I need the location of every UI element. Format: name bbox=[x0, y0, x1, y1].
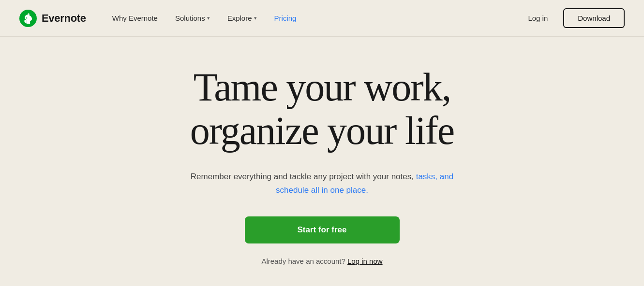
nav-link-why-evernote[interactable]: Why Evernote bbox=[105, 10, 165, 26]
hero-title: Tame your work, organize your life bbox=[190, 66, 454, 153]
hero-section: Tame your work, organize your life Remem… bbox=[0, 37, 644, 285]
download-button[interactable]: Download bbox=[563, 8, 625, 28]
nav-actions: Log in Download bbox=[520, 8, 625, 28]
evernote-logo-icon bbox=[19, 10, 37, 27]
nav-link-explore[interactable]: Explore ▾ bbox=[221, 10, 264, 26]
navbar: Evernote Why Evernote Solutions ▾ Explor… bbox=[0, 0, 644, 37]
nav-links: Why Evernote Solutions ▾ Explore ▾ Prici… bbox=[105, 10, 521, 26]
svg-point-1 bbox=[26, 17, 27, 18]
login-button[interactable]: Log in bbox=[520, 10, 555, 26]
solutions-chevron-icon: ▾ bbox=[207, 15, 210, 21]
hero-subtitle: Remember everything and tackle any proje… bbox=[187, 170, 458, 197]
nav-link-solutions[interactable]: Solutions ▾ bbox=[168, 10, 217, 26]
start-for-free-button[interactable]: Start for free bbox=[245, 216, 400, 243]
nav-link-pricing[interactable]: Pricing bbox=[268, 10, 303, 26]
explore-chevron-icon: ▾ bbox=[254, 15, 257, 21]
brand-name: Evernote bbox=[42, 12, 86, 25]
brand-logo[interactable]: Evernote bbox=[19, 10, 86, 27]
hero-subtitle-highlight: tasks, and schedule all in one place. bbox=[276, 172, 453, 195]
hero-already-text: Already have an account? Log in now bbox=[261, 257, 382, 265]
hero-login-link[interactable]: Log in now bbox=[347, 257, 383, 265]
